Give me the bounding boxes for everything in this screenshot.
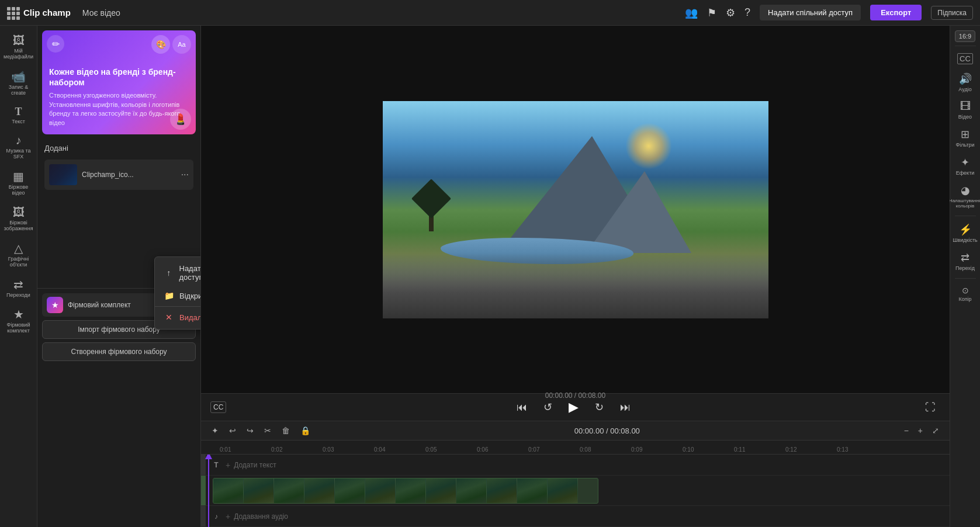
- fullscreen-button[interactable]: ⛶: [920, 399, 940, 416]
- sidebar-right-copy-label: Копір: [958, 296, 971, 302]
- sidebar-item-transitions-label: Переходи: [6, 293, 30, 299]
- video-clip[interactable]: [213, 478, 598, 504]
- sidebar-item-text[interactable]: T Текст: [2, 102, 35, 129]
- project-name: Моє відео: [82, 8, 120, 18]
- sidebar-right-item-speed[interactable]: ⚡ Швидкість: [951, 220, 979, 247]
- aspect-ratio-badge[interactable]: 16:9: [955, 30, 975, 42]
- video-controls: CC ⏮ ↺ ▶ ↻ ⏭ ⛶ 00:00.00 / 00:08.00: [201, 393, 950, 421]
- text-track-plus: +: [226, 460, 230, 470]
- tl-redo-button[interactable]: ↪: [243, 425, 257, 436]
- audio-track-row: ♪ + Додавання аудіо: [201, 506, 950, 527]
- ruler-mark-4: 0:05: [425, 446, 477, 454]
- sidebar-right-audio-label: Аудіо: [958, 86, 971, 92]
- audio-track-label: Додавання аудіо: [234, 512, 288, 521]
- media-item-container: Clipchamp_ico... ···: [37, 155, 200, 195]
- ruler-label-9: 0:10: [683, 446, 694, 454]
- rewind-start-button[interactable]: ⏮: [512, 399, 532, 416]
- tl-cut-button[interactable]: ✂: [261, 425, 275, 436]
- help-icon[interactable]: ?: [744, 6, 750, 19]
- ruler-label-7: 0:08: [580, 446, 591, 454]
- sidebar-right-item-filters[interactable]: ⊞ Фільтри: [951, 124, 979, 151]
- right-sidebar-divider-1: [955, 46, 976, 46]
- forward-end-button[interactable]: ⏭: [615, 399, 635, 416]
- context-menu-open-label: Відкрити: [179, 292, 201, 300]
- subscribe-button[interactable]: Підписка: [931, 6, 973, 20]
- media-item-more-button[interactable]: ···: [181, 169, 189, 180]
- context-menu-open[interactable]: 📁 Відкрити: [155, 286, 201, 305]
- people-icon[interactable]: 👥: [685, 6, 698, 19]
- sidebar-right-item-effects[interactable]: ✦ Ефекти: [951, 152, 979, 179]
- sidebar-item-brand[interactable]: ★ Фірмовий комплект: [2, 304, 35, 338]
- flag-icon[interactable]: ⚑: [707, 6, 716, 19]
- context-menu-share[interactable]: ↑ Надати спільний доступ: [155, 259, 201, 286]
- tl-delete-button[interactable]: 🗑: [278, 425, 293, 436]
- play-button[interactable]: ▶: [564, 397, 583, 417]
- forward-button[interactable]: ↻: [590, 398, 608, 416]
- sidebar-right-item-audio[interactable]: 🔊 Аудіо: [951, 69, 979, 96]
- text-track-add[interactable]: T + Додати текст: [206, 460, 281, 470]
- ruler-mark-12: 0:13: [837, 446, 888, 454]
- sidebar-right-filters-label: Фільтри: [955, 142, 974, 148]
- promo-icons: 🎨 Aa: [151, 35, 191, 54]
- audio-track-add[interactable]: ♪ + Додавання аудіо: [206, 512, 293, 521]
- ruler-label-10: 0:11: [734, 446, 745, 454]
- clip-thumb-4: [304, 479, 335, 504]
- zoom-out-button[interactable]: −: [901, 425, 912, 436]
- ruler-mark-6: 0:07: [528, 446, 580, 454]
- video-landscape: [383, 101, 768, 318]
- brand-kit-icon: ★: [47, 297, 63, 313]
- media-item[interactable]: Clipchamp_ico... ···: [44, 160, 193, 190]
- clip-thumb-7: [396, 479, 426, 504]
- create-brand-button[interactable]: Створення фірмового набору: [42, 342, 196, 361]
- sidebar-right-item-cc[interactable]: CC: [951, 50, 979, 68]
- sidebar-item-media[interactable]: 🖼 Мій медіафайли: [2, 30, 35, 64]
- audio-track-icon: ♪: [210, 512, 222, 521]
- apps-icon[interactable]: [7, 7, 19, 19]
- media-icon: 🖼: [13, 34, 25, 47]
- sidebar-item-brand-label: Фірмовий комплект: [5, 323, 33, 334]
- rewind-button[interactable]: ↺: [539, 398, 557, 416]
- sidebar-item-text-label: Текст: [12, 119, 25, 125]
- sidebar-right-item-color[interactable]: ◕ Налаштування кольорів: [951, 181, 979, 212]
- current-time: 00:00.00: [545, 391, 573, 400]
- right-sidebar-divider-3: [955, 278, 976, 279]
- right-sidebar-divider-2: [955, 216, 976, 216]
- thumbnail-image: [49, 164, 77, 185]
- ruler-mark-0: 0:01: [220, 446, 271, 454]
- sidebar-item-record[interactable]: 📹 Запис & create: [2, 66, 35, 100]
- context-menu-delete[interactable]: ✕ Видалити об'єкт: [155, 308, 201, 327]
- video-preview: [201, 26, 950, 393]
- sidebar-item-stock-images[interactable]: 🖼 Біржові зображення: [2, 202, 35, 235]
- video-track-left-border: [201, 476, 206, 505]
- ruler-mark-7: 0:08: [580, 446, 631, 454]
- sidebar-item-media-label: Мій медіафайли: [4, 48, 33, 60]
- sidebar-item-stock-images-label: Біржові зображення: [4, 220, 33, 232]
- tl-current-time: 00:00.00: [574, 427, 604, 435]
- promo-card-desc: Створення узгодженого відеовмісту. Устан…: [49, 91, 189, 127]
- zoom-in-button[interactable]: +: [915, 425, 926, 436]
- tl-tool-magnet[interactable]: ✦: [208, 425, 222, 436]
- settings-icon[interactable]: ⚙: [726, 6, 735, 19]
- cc-button[interactable]: CC: [210, 401, 226, 413]
- sidebar-right-item-transition[interactable]: ⇄ Перехід: [951, 248, 979, 275]
- sidebar-item-music[interactable]: ♪ Музика та SFX: [2, 130, 35, 164]
- clip-thumb-11: [517, 479, 548, 504]
- topbar-left: Clip champ Моє відео: [7, 7, 120, 19]
- audio-track-plus: +: [226, 512, 230, 521]
- playhead[interactable]: [208, 455, 209, 527]
- fit-button[interactable]: ⤢: [929, 425, 943, 436]
- sidebar-item-stock-video[interactable]: ▦ Біржове відео: [2, 166, 35, 200]
- sidebar-right-item-copy[interactable]: ⊙ Копір: [951, 282, 979, 306]
- export-button[interactable]: Експорт: [870, 5, 922, 20]
- sidebar-item-graphics[interactable]: △ Графічні об'єкти: [2, 238, 35, 272]
- tl-lock-button[interactable]: 🔒: [297, 425, 314, 436]
- sidebar-right-item-video[interactable]: 🎞 Відео: [951, 97, 979, 123]
- clip-thumb-9: [456, 479, 487, 504]
- vc-right: ⛶: [920, 399, 940, 416]
- record-icon: 📹: [11, 70, 26, 84]
- share-button[interactable]: Надати спільний доступ: [760, 5, 861, 20]
- promo-card-title: Кожне відео на бренді з бренд-набором: [49, 67, 189, 88]
- video-icon: 🎞: [960, 100, 971, 113]
- sidebar-item-transitions[interactable]: ⇄ Переходи: [2, 274, 35, 302]
- tl-undo-button[interactable]: ↩: [226, 425, 240, 436]
